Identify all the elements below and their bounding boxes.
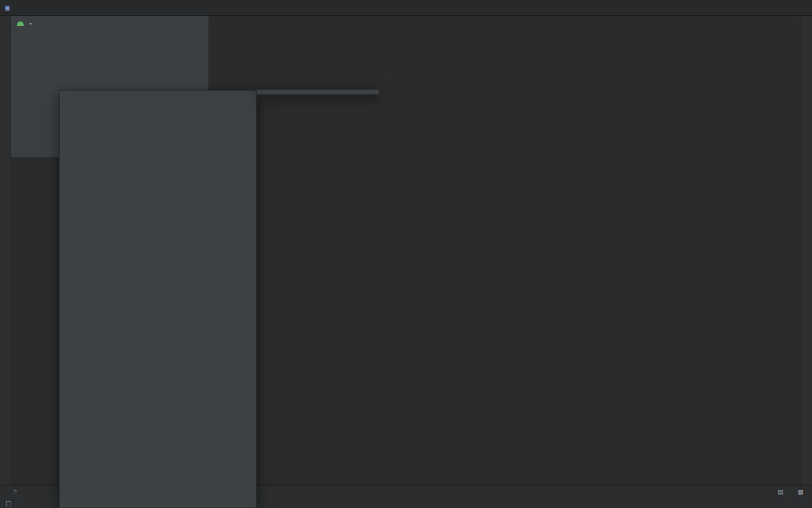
- layout-inspector-button[interactable]: ▦: [798, 488, 806, 496]
- left-tool-strip: [0, 16, 11, 485]
- event-log-icon: ▤: [778, 488, 783, 496]
- todo-tab[interactable]: ≡: [14, 488, 20, 495]
- context-menu: [59, 90, 257, 508]
- status-right-buttons: ▤ ▦: [770, 488, 806, 496]
- new-submenu: [257, 89, 379, 95]
- right-tool-strip: [801, 16, 812, 485]
- main-toolbar: ▣: [0, 0, 812, 16]
- layout-inspector-icon: ▦: [798, 488, 804, 496]
- tool-window-toggle-icon[interactable]: ▢: [6, 500, 11, 507]
- event-log-button[interactable]: ▤: [778, 488, 786, 496]
- project-window-icon: ▣: [5, 4, 10, 11]
- chevron-down-icon: ▾: [29, 21, 32, 27]
- todo-icon: ≡: [14, 488, 17, 495]
- project-panel-header: ▾: [11, 16, 208, 32]
- android-icon: [17, 21, 24, 26]
- navigation-bar: ▣: [5, 4, 13, 11]
